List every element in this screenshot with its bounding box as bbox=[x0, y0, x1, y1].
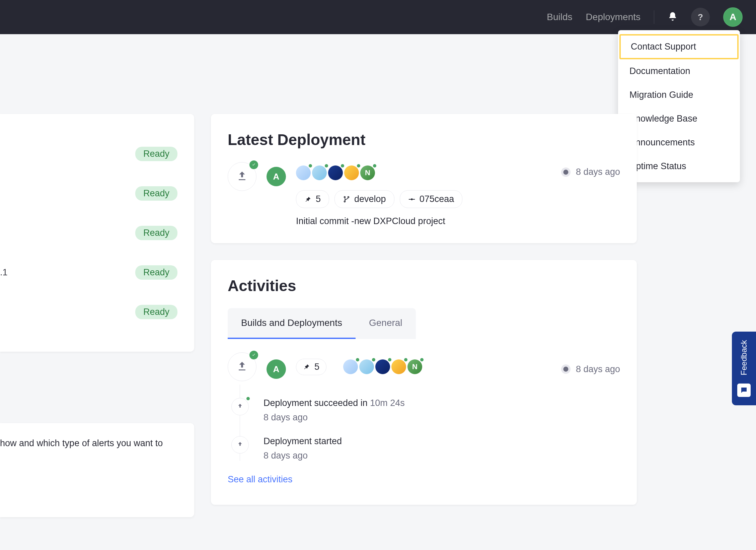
timeline-item-title: Deployment started bbox=[263, 436, 620, 446]
tab-general[interactable]: General bbox=[356, 308, 416, 339]
service-row[interactable]: .1Ready bbox=[0, 253, 177, 292]
timeline-item: Deployment started 8 days ago bbox=[240, 436, 620, 461]
deployment-status-icon bbox=[228, 352, 256, 381]
timeline-item-time: 8 days ago bbox=[263, 451, 620, 461]
commit-message: Initial commit -new DXPCloud project bbox=[296, 216, 551, 226]
service-row[interactable]: Ready bbox=[0, 213, 177, 253]
avatar-button[interactable]: A bbox=[723, 7, 743, 27]
build-number: 5 bbox=[314, 362, 319, 372]
deployment-row: A N 5 develop bbox=[228, 162, 620, 226]
help-item-migration-guide[interactable]: Migration Guide bbox=[618, 83, 740, 107]
activity-timeline: Deployment succeeded in 10m 24s 8 days a… bbox=[240, 385, 620, 461]
service-icon bbox=[312, 165, 327, 180]
activities-title: Activities bbox=[228, 277, 620, 295]
activities-card: Activities Builds and Deployments Genera… bbox=[211, 260, 637, 505]
service-icon bbox=[343, 359, 358, 374]
timeline-dot-icon bbox=[231, 436, 249, 454]
timeline-dot-icon bbox=[231, 398, 249, 415]
svg-point-0 bbox=[411, 198, 413, 200]
commit-chip[interactable]: 075ceaa bbox=[400, 190, 463, 208]
author-avatar[interactable]: A bbox=[267, 359, 286, 379]
see-all-activities-link[interactable]: See all activities bbox=[228, 474, 293, 484]
upload-arrow-icon bbox=[236, 170, 248, 183]
sidebar-note-text: how and which type of alerts you want to bbox=[0, 436, 184, 450]
build-number: 5 bbox=[316, 194, 321, 204]
bell-icon[interactable] bbox=[668, 11, 678, 23]
time-text: 8 days ago bbox=[576, 167, 620, 177]
latest-deployment-card: Latest Deployment A N 5 bbox=[211, 114, 637, 243]
status-badge: Ready bbox=[135, 305, 177, 319]
upload-arrow-icon bbox=[236, 360, 248, 373]
help-item-documentation[interactable]: Documentation bbox=[618, 59, 740, 83]
check-badge-icon bbox=[249, 351, 258, 359]
deployment-chips: 5 develop 075ceaa bbox=[296, 190, 551, 208]
service-icon-row: N bbox=[296, 165, 551, 180]
feedback-button[interactable]: Feedback bbox=[732, 332, 756, 405]
nav-builds[interactable]: Builds bbox=[547, 12, 572, 22]
author-avatar[interactable]: A bbox=[267, 167, 286, 186]
service-icon bbox=[344, 165, 359, 180]
sidebar-note-card: how and which type of alerts you want to bbox=[0, 423, 194, 517]
service-row[interactable]: Ready bbox=[0, 174, 177, 213]
service-icon-row: N bbox=[343, 359, 422, 374]
time-text: 8 days ago bbox=[576, 364, 620, 374]
nav-divider bbox=[654, 10, 654, 24]
service-icon bbox=[391, 359, 406, 374]
help-icon[interactable]: ? bbox=[691, 8, 710, 26]
deployment-body: N 5 develop 075ceaa Init bbox=[296, 162, 551, 226]
branch-chip[interactable]: develop bbox=[334, 190, 394, 208]
tab-builds-deployments[interactable]: Builds and Deployments bbox=[228, 308, 356, 339]
status-badge: Ready bbox=[135, 186, 177, 201]
services-sidebar: Ready Ready Ready .1Ready Ready bbox=[0, 114, 194, 352]
activity-time: 8 days ago bbox=[561, 364, 620, 374]
service-icon bbox=[296, 165, 311, 180]
service-icon bbox=[328, 165, 343, 180]
status-badge: Ready bbox=[135, 147, 177, 161]
pushpin-icon bbox=[303, 363, 310, 370]
chat-icon bbox=[737, 384, 751, 397]
commit-icon bbox=[408, 196, 415, 203]
deployment-status-icon bbox=[228, 162, 256, 191]
deployment-time: 8 days ago bbox=[561, 167, 620, 177]
service-icon bbox=[359, 359, 374, 374]
timeline-item-time: 8 days ago bbox=[263, 412, 620, 423]
service-row[interactable]: Ready bbox=[0, 292, 177, 332]
timeline-item-title: Deployment succeeded in 10m 24s bbox=[263, 398, 620, 408]
service-nginx-icon: N bbox=[407, 359, 422, 374]
nav-deployments[interactable]: Deployments bbox=[586, 12, 640, 22]
help-item-contact-support[interactable]: Contact Support bbox=[619, 34, 739, 59]
main-column: Latest Deployment A N 5 bbox=[211, 114, 637, 522]
commit-hash: 075ceaa bbox=[420, 194, 454, 204]
activity-header-row: A 5 N 8 days ago bbox=[228, 339, 620, 381]
feedback-label: Feedback bbox=[739, 340, 749, 375]
clock-icon bbox=[561, 364, 571, 374]
service-nginx-icon: N bbox=[360, 165, 375, 180]
version-fragment: .1 bbox=[0, 267, 8, 278]
service-row[interactable]: Ready bbox=[0, 134, 177, 174]
activities-tabs: Builds and Deployments General bbox=[228, 308, 416, 339]
branch-icon bbox=[343, 196, 350, 203]
service-icon bbox=[375, 359, 390, 374]
status-badge: Ready bbox=[135, 265, 177, 280]
build-number-chip[interactable]: 5 bbox=[296, 359, 326, 375]
clock-icon bbox=[561, 167, 571, 177]
status-badge: Ready bbox=[135, 226, 177, 240]
top-nav: Builds Deployments ? A bbox=[0, 0, 756, 34]
pushpin-icon bbox=[304, 196, 312, 203]
timeline-item: Deployment succeeded in 10m 24s 8 days a… bbox=[240, 398, 620, 423]
branch-name: develop bbox=[354, 194, 386, 204]
latest-deployment-title: Latest Deployment bbox=[228, 131, 620, 149]
green-dot-icon bbox=[246, 397, 250, 400]
build-number-chip[interactable]: 5 bbox=[296, 190, 329, 208]
check-badge-icon bbox=[249, 160, 258, 169]
